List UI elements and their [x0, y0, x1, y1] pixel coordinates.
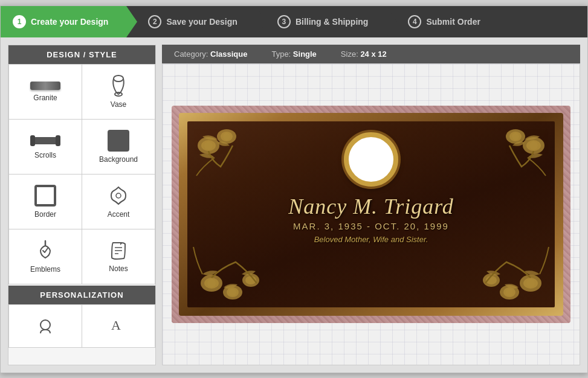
emblems-icon: [36, 240, 55, 261]
svg-text:A: A: [111, 318, 121, 333]
svg-rect-3: [30, 135, 35, 146]
notes-label: Notes: [109, 264, 128, 273]
notes-icon: [109, 240, 128, 261]
notes-icon-wrapper: [109, 240, 128, 261]
category-value: Classique: [210, 50, 247, 59]
rose-tr: [485, 124, 552, 185]
granite-icon: [30, 82, 60, 90]
step-4[interactable]: 4 Submit Order: [386, 6, 492, 37]
scrolls-item[interactable]: Scrolls: [9, 120, 82, 174]
svg-point-0: [114, 75, 123, 82]
step-3-arrow: [386, 6, 397, 37]
scrolls-label: Scrolls: [34, 151, 56, 159]
granite-item[interactable]: Granite: [9, 65, 82, 119]
type-info: Type: Single: [271, 50, 316, 59]
background-item[interactable]: Background: [82, 120, 155, 174]
border-label: Border: [34, 210, 56, 219]
accent-icon-wrapper: [108, 185, 129, 207]
type-value: Single: [293, 50, 317, 59]
svg-point-9: [40, 320, 50, 330]
personalization-icon-2: A: [109, 316, 128, 336]
rose-bl: [190, 238, 269, 304]
type-label: Type:: [271, 50, 291, 59]
border-item[interactable]: Border: [9, 175, 82, 229]
vase-item[interactable]: Vase: [82, 65, 155, 119]
step-1-arrow: [126, 6, 137, 37]
svg-rect-4: [56, 135, 60, 146]
design-grid: Granite Vase: [8, 64, 155, 284]
step-3[interactable]: 3 Billing & Shipping: [256, 6, 387, 37]
personalization-section: PERSONALIZATION A: [8, 286, 155, 348]
svg-rect-2: [33, 137, 58, 144]
rose-tl: [190, 124, 257, 185]
size-label: Size:: [341, 50, 358, 59]
rose-br: [473, 238, 552, 304]
scrolls-icon: [30, 134, 60, 147]
accent-icon: [108, 185, 129, 207]
step-4-label: Submit Order: [426, 17, 480, 27]
plaque-outer-container: Nancy M. Trigard MAR. 3, 1935 - OCT. 20,…: [172, 106, 570, 323]
step-4-number: 4: [408, 15, 421, 28]
vase-icon-wrapper: [110, 75, 127, 97]
granite-icon-wrapper: [30, 82, 60, 90]
vase-label: Vase: [111, 100, 126, 109]
plaque-tagline: Beloved Mother, Wife and Sister.: [187, 235, 555, 244]
plaque-wrapper: Nancy M. Trigard MAR. 3, 1935 - OCT. 20,…: [166, 100, 577, 329]
svg-point-16: [223, 133, 230, 140]
personalization-title: PERSONALIZATION: [8, 286, 155, 304]
svg-point-13: [204, 141, 213, 150]
plaque-inner: Nancy M. Trigard MAR. 3, 1935 - OCT. 20,…: [187, 121, 555, 307]
step-1-label: Create your Design: [31, 17, 108, 27]
design-style-title: DESIGN / STYLE: [8, 45, 155, 64]
personalization-item-2[interactable]: A: [82, 305, 155, 347]
category-info: Category: Classique: [174, 50, 247, 59]
step-2-number: 2: [148, 15, 161, 28]
background-icon-wrapper: [108, 130, 129, 152]
left-panel: DESIGN / STYLE Granite: [8, 45, 156, 365]
vase-icon: [110, 75, 127, 97]
step-2-arrow: [256, 6, 267, 37]
bronze-frame: Nancy M. Trigard MAR. 3, 1935 - OCT. 20,…: [179, 113, 563, 316]
personalization-item-1[interactable]: [9, 305, 82, 347]
step-3-label: Billing & Shipping: [296, 17, 369, 27]
step-1[interactable]: 1 Create your Design: [1, 6, 126, 37]
background-icon: [108, 130, 129, 152]
size-value: 24 x 12: [360, 50, 386, 59]
emblems-label: Emblems: [30, 265, 60, 274]
border-icon-wrapper: [34, 185, 56, 207]
main-content: DESIGN / STYLE Granite: [1, 37, 587, 373]
accent-label: Accent: [108, 210, 130, 219]
granite-label: Granite: [33, 94, 57, 102]
right-panel: Category: Classique Type: Single Size: 2…: [162, 45, 580, 365]
photo-circle: [344, 132, 398, 187]
step-2-label: Save your Design: [166, 17, 237, 27]
category-label: Category:: [174, 50, 208, 59]
info-bar: Category: Classique Type: Single Size: 2…: [162, 45, 580, 63]
personalization-icon-1: [36, 316, 55, 336]
progress-bar: 1 Create your Design 2 Save your Design …: [1, 6, 587, 37]
personalization-grid: A: [8, 304, 155, 348]
step-1-number: 1: [13, 15, 26, 28]
scrolls-icon-wrapper: [30, 134, 60, 147]
size-info: Size: 24 x 12: [341, 50, 387, 59]
step-2[interactable]: 2 Save your Design: [126, 6, 256, 37]
svg-point-5: [116, 193, 121, 198]
background-label: Background: [99, 155, 138, 164]
emblems-item[interactable]: Emblems: [9, 229, 82, 284]
accent-item[interactable]: Accent: [82, 175, 155, 229]
border-icon: [34, 185, 56, 207]
step-3-number: 3: [277, 15, 291, 28]
app-container: 1 Create your Design 2 Save your Design …: [0, 5, 588, 373]
preview-area: Nancy M. Trigard MAR. 3, 1935 - OCT. 20,…: [162, 63, 580, 365]
emblems-icon-wrapper: [36, 240, 55, 261]
plaque-name: Nancy M. Trigard: [187, 194, 555, 219]
plaque-dates: MAR. 3, 1935 - OCT. 20, 1999: [187, 221, 555, 231]
notes-item[interactable]: Notes: [82, 229, 155, 284]
